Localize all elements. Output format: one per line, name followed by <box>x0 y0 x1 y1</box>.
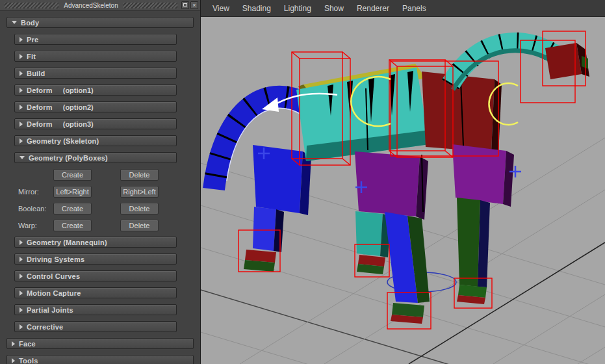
polyboxes-content: Create Delete Mirror: Left>Right Right>L… <box>13 169 177 231</box>
section-deform-option1[interactable]: Deform (option1) <box>14 84 177 96</box>
section-control-curves[interactable]: Control Curves <box>14 270 177 281</box>
menu-lighting[interactable]: Lighting <box>277 0 318 17</box>
section-face[interactable]: Face <box>6 338 194 349</box>
triangle-right-icon <box>19 71 23 76</box>
triangle-right-icon <box>12 341 15 346</box>
triangle-right-icon <box>19 88 23 93</box>
triangle-down-icon <box>19 156 25 159</box>
triangle-right-icon <box>19 54 23 59</box>
viewport-3d <box>201 17 605 364</box>
triangle-right-icon <box>19 105 23 110</box>
mirror-label: Mirror: <box>13 188 53 196</box>
warp-create-button[interactable]: Create <box>53 220 92 231</box>
section-geometry-skeleton[interactable]: Geometry (Skeleton) <box>14 135 177 146</box>
section-geometry-polyboxes[interactable]: Geometry (PolyBoxes) <box>14 152 177 163</box>
section-build[interactable]: Build <box>14 68 177 79</box>
drag-grip-right[interactable] <box>123 3 177 8</box>
triangle-right-icon <box>19 307 23 313</box>
triangle-right-icon <box>19 122 23 127</box>
menu-show[interactable]: Show <box>318 0 350 17</box>
viewport-pane: View Shading Lighting Show Renderer Pane… <box>201 0 605 364</box>
maya-window: AdvancedSkeleton × Body Pre Fit Build <box>0 0 605 364</box>
section-driving-systems[interactable]: Driving Systems <box>14 254 177 265</box>
undock-icon[interactable] <box>181 1 189 9</box>
viewport-menubar: View Shading Lighting Show Renderer Pane… <box>201 0 605 17</box>
menu-renderer[interactable]: Renderer <box>350 0 396 17</box>
polyboxes-create-button[interactable]: Create <box>53 169 92 181</box>
viewport-canvas[interactable] <box>201 17 605 364</box>
section-deform-option2[interactable]: Deform (option2) <box>14 101 177 112</box>
mirror-row: Mirror: Left>Right Right>Left <box>13 186 177 198</box>
triangle-right-icon <box>19 291 23 296</box>
boolean-delete-button[interactable]: Delete <box>120 203 159 214</box>
section-body[interactable]: Body <box>6 17 194 28</box>
triangle-right-icon <box>19 138 23 144</box>
section-fit[interactable]: Fit <box>14 51 177 62</box>
menu-view[interactable]: View <box>206 0 236 17</box>
triangle-down-icon <box>12 21 17 24</box>
boolean-label: Boolean: <box>13 205 53 213</box>
panel-body: Body Pre Fit Build Deform (option1) <box>0 11 200 364</box>
creature-front-right-leg <box>457 198 490 304</box>
section-partial-joints[interactable]: Partial Joints <box>14 304 177 315</box>
section-corrective[interactable]: Corrective <box>14 321 177 332</box>
polyboxes-create-row: Create Delete <box>13 169 177 181</box>
section-deform-option3[interactable]: Deform (option3) <box>14 118 177 129</box>
menu-shading[interactable]: Shading <box>236 0 277 17</box>
boolean-create-button[interactable]: Create <box>53 203 92 214</box>
section-tools[interactable]: Tools <box>6 355 194 364</box>
triangle-right-icon <box>19 257 23 262</box>
boolean-row: Boolean: Create Delete <box>13 203 177 214</box>
section-motion-capture[interactable]: Motion Capture <box>14 287 177 298</box>
warp-delete-button[interactable]: Delete <box>120 220 159 231</box>
panel-titlebar[interactable]: AdvancedSkeleton × <box>0 0 200 11</box>
panel-title: AdvancedSkeleton <box>61 2 120 9</box>
warp-row: Warp: Create Delete <box>13 220 177 231</box>
mirror-right-left-button[interactable]: Right>Left <box>120 186 159 198</box>
triangle-right-icon <box>19 240 23 245</box>
triangle-right-icon <box>12 358 15 363</box>
section-pre[interactable]: Pre <box>14 34 177 45</box>
drag-grip-left[interactable] <box>5 3 58 8</box>
close-icon[interactable]: × <box>190 1 198 9</box>
triangle-right-icon <box>19 324 23 330</box>
menu-panels[interactable]: Panels <box>396 0 433 17</box>
advancedskeleton-panel: AdvancedSkeleton × Body Pre Fit Build <box>0 0 201 364</box>
section-geometry-mannequin[interactable]: Geometry (Mannequin) <box>14 237 177 248</box>
polyboxes-delete-button[interactable]: Delete <box>120 169 159 181</box>
triangle-right-icon <box>19 37 23 42</box>
mirror-left-right-button[interactable]: Left>Right <box>53 186 92 198</box>
warp-label: Warp: <box>13 222 53 229</box>
triangle-right-icon <box>19 274 23 279</box>
